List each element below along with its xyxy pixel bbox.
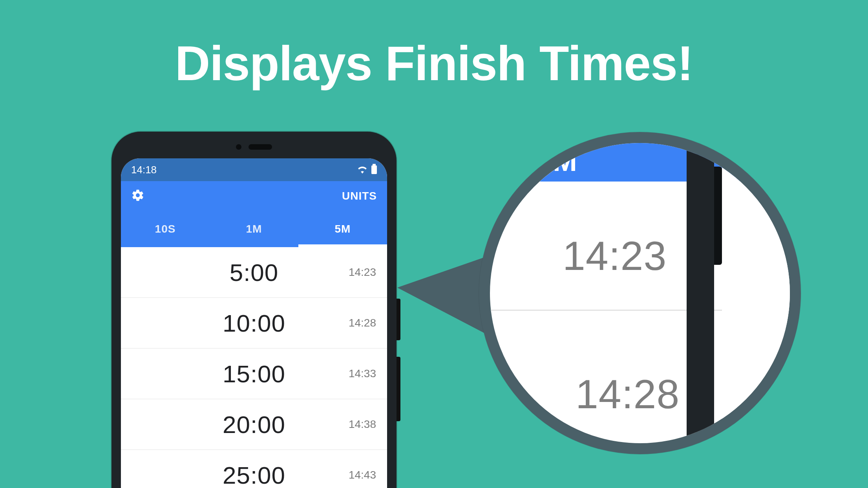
front-camera-icon [236, 144, 241, 150]
phone-notch [209, 140, 299, 154]
status-bar: 14:18 [121, 158, 387, 181]
list-item[interactable]: 10:00 14:28 [121, 298, 387, 349]
units-button[interactable]: UNITS [342, 190, 377, 202]
battery-icon [371, 165, 377, 174]
finish-time-value: 14:43 [349, 469, 376, 481]
duration-value: 25:00 [223, 461, 285, 488]
list-item[interactable]: 5:00 14:23 [121, 247, 387, 298]
headline: Displays Finish Times! [0, 35, 868, 91]
tab-indicator [298, 244, 387, 247]
zoom-finish-time-1: 14:23 [563, 233, 667, 279]
list-item[interactable]: 20:00 14:38 [121, 399, 387, 450]
zoom-tab-bar [479, 132, 801, 182]
phone-device-frame: 14:18 UNITS 10S 1M 5M [111, 132, 397, 488]
finish-time-value: 14:23 [349, 266, 376, 279]
phone-side-button [397, 357, 400, 421]
duration-value: 15:00 [223, 360, 285, 388]
duration-list[interactable]: 5:00 14:23 10:00 14:28 15:00 14:33 20:00… [121, 247, 387, 488]
magnifier-content: 5M 14:23 14:28 [479, 132, 801, 454]
zoom-background-right [722, 132, 801, 454]
finish-time-value: 14:38 [349, 418, 376, 431]
list-item[interactable]: 25:00 14:43 [121, 450, 387, 488]
speaker-icon [249, 144, 272, 150]
finish-time-value: 14:28 [349, 317, 376, 329]
duration-value: 5:00 [230, 259, 279, 286]
finish-time-value: 14:33 [349, 367, 376, 380]
promo-stage: Displays Finish Times! 14:18 [0, 0, 868, 488]
zoom-phone-bezel [687, 132, 714, 454]
phone-screen: 14:18 UNITS 10S 1M 5M [121, 158, 387, 488]
zoom-phone-side-button [714, 167, 722, 265]
zoom-finish-time-2: 14:28 [576, 371, 680, 418]
status-time: 14:18 [131, 164, 157, 176]
tab-bar: 10S 1M 5M [121, 211, 387, 247]
magnifier-lens: 5M 14:23 14:28 [479, 132, 801, 454]
svg-marker-0 [397, 256, 488, 335]
duration-value: 20:00 [223, 411, 285, 438]
tab-10s[interactable]: 10S [121, 223, 210, 235]
magnifier-callout: 5M 14:23 14:28 [479, 132, 801, 454]
wifi-icon [357, 166, 367, 174]
gear-icon [131, 189, 144, 202]
status-icons [357, 165, 377, 174]
tab-1m[interactable]: 1M [210, 223, 298, 235]
duration-value: 10:00 [223, 309, 285, 337]
tab-5m[interactable]: 5M [298, 223, 387, 235]
settings-button[interactable] [131, 189, 144, 204]
zoom-tab-label: 5M [536, 144, 577, 178]
app-bar: UNITS [121, 181, 387, 211]
list-item[interactable]: 15:00 14:33 [121, 349, 387, 399]
